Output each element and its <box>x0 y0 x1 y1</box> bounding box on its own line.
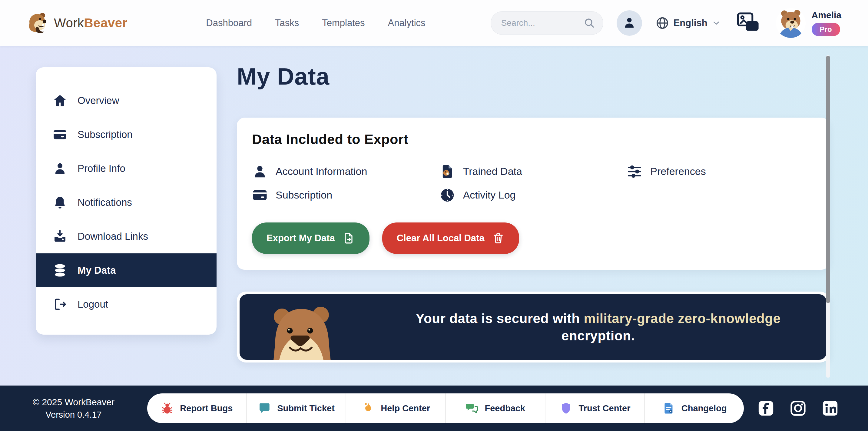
picture-in-picture-icon <box>735 32 762 36</box>
search-icon[interactable] <box>583 17 595 29</box>
language-selector[interactable]: English <box>655 16 721 30</box>
help-icon <box>361 402 375 415</box>
facebook-icon[interactable] <box>757 400 775 417</box>
export-item-activity-log: Activity Log <box>439 187 627 203</box>
language-label: English <box>674 18 708 28</box>
footer-link-label: Feedback <box>485 403 525 413</box>
sidebar-label: My Data <box>78 265 116 276</box>
sidebar-item-subscription[interactable]: Subscription <box>36 118 217 151</box>
version-line: Version 0.4.17 <box>0 408 147 421</box>
brand-name: WorkBeaver <box>54 16 127 30</box>
bell-icon <box>53 195 67 210</box>
footer-link-label: Submit Ticket <box>277 403 335 413</box>
sidebar-item-download-links[interactable]: Download Links <box>36 220 217 253</box>
sidebar-label: Notifications <box>78 197 132 208</box>
user-chip[interactable]: Amelia Pro <box>776 8 841 38</box>
export-item-label: Preferences <box>650 166 706 177</box>
nav-link-dashboard[interactable]: Dashboard <box>206 18 252 28</box>
footer-link-label: Changelog <box>681 403 727 413</box>
footer-link-label: Trust Center <box>579 403 630 413</box>
nav-link-templates[interactable]: Templates <box>322 18 365 28</box>
clear-all-local-data-button[interactable]: Clear All Local Data <box>382 223 519 254</box>
sidebar-label: Download Links <box>78 231 148 242</box>
beaver-mascot-illustration <box>258 304 355 360</box>
picture-in-picture-button[interactable] <box>734 9 763 37</box>
person-icon <box>252 164 268 179</box>
export-item-preferences: Preferences <box>627 164 814 179</box>
sidebar-label: Logout <box>78 298 108 310</box>
top-navbar: WorkBeaver Dashboard Tasks Templates Ana… <box>0 0 868 46</box>
person-icon <box>622 16 636 31</box>
sidebar-label: Subscription <box>78 129 133 140</box>
trained-data-file-icon <box>439 164 455 179</box>
copyright-line: © 2025 WorkBeaver <box>0 396 147 408</box>
sliders-icon <box>627 164 642 179</box>
footer-socials <box>757 400 839 417</box>
user-name: Amelia <box>812 10 841 20</box>
data-export-card: Data Included to Export Account Informat… <box>237 118 829 270</box>
linkedin-icon[interactable] <box>822 400 839 417</box>
download-icon <box>53 229 67 244</box>
footer-link-changelog[interactable]: Changelog <box>644 394 744 423</box>
feedback-icon <box>465 402 478 415</box>
sidebar-label: Profile Info <box>78 163 125 174</box>
footer-link-help-center[interactable]: Help Center <box>346 394 445 423</box>
page-title: My Data <box>237 64 829 90</box>
pro-plan-badge: Pro <box>812 23 840 36</box>
security-banner-inner: Your data is secured with military-grade… <box>240 294 827 360</box>
app-screen: WorkBeaver Dashboard Tasks Templates Ana… <box>0 0 868 431</box>
bug-icon <box>160 402 174 415</box>
export-item-account-information: Account Information <box>252 164 439 179</box>
footer: © 2025 WorkBeaver Version 0.4.17 Report … <box>0 385 868 431</box>
logout-icon <box>53 297 67 312</box>
banner-text-after: encryption. <box>561 328 635 343</box>
export-button-label: Export My Data <box>267 233 335 244</box>
ticket-icon <box>258 402 271 415</box>
export-item-label: Account Information <box>276 166 367 177</box>
sidebar-item-notifications[interactable]: Notifications <box>36 185 217 220</box>
person-icon <box>53 161 67 176</box>
nav-link-analytics[interactable]: Analytics <box>388 18 426 28</box>
scrollbar-track[interactable] <box>826 55 830 378</box>
export-item-label: Trained Data <box>463 166 522 177</box>
export-my-data-button[interactable]: Export My Data <box>252 223 370 254</box>
profile-quick-button[interactable] <box>617 10 642 36</box>
export-items-grid: Account Information Trained Data <box>252 164 814 203</box>
banner-text-before: Your data is secured with <box>415 311 584 326</box>
main-content: My Data Data Included to Export Account … <box>237 64 829 363</box>
main-nav: Dashboard Tasks Templates Analytics <box>206 18 425 28</box>
search-box <box>491 11 603 35</box>
user-meta: Amelia Pro <box>812 10 841 36</box>
home-icon <box>53 93 67 108</box>
scrollbar-thumb[interactable] <box>826 56 830 303</box>
footer-link-submit-ticket[interactable]: Submit Ticket <box>246 394 346 423</box>
export-card-title: Data Included to Export <box>252 132 814 147</box>
export-item-trained-data: Trained Data <box>439 164 627 179</box>
footer-link-feedback[interactable]: Feedback <box>445 394 545 423</box>
banner-text-highlight: military-grade zero-knowledge <box>584 311 780 326</box>
sidebar-item-logout[interactable]: Logout <box>36 287 217 321</box>
settings-sidebar: Overview Subscription Profile Info <box>36 67 217 335</box>
changelog-icon <box>662 402 675 415</box>
brand-logo[interactable]: WorkBeaver <box>27 11 127 34</box>
footer-link-label: Report Bugs <box>180 403 232 413</box>
sidebar-item-overview[interactable]: Overview <box>36 84 217 118</box>
chevron-down-icon <box>712 19 721 28</box>
export-item-subscription: Subscription <box>252 187 439 203</box>
footer-link-label: Help Center <box>381 403 430 413</box>
instagram-icon[interactable] <box>789 400 807 417</box>
globe-icon <box>655 16 669 30</box>
footer-link-trust-center[interactable]: Trust Center <box>545 394 645 423</box>
sidebar-item-profile-info[interactable]: Profile Info <box>36 151 217 185</box>
sidebar-label: Overview <box>78 95 119 106</box>
export-actions-row: Export My Data Clear All Local Data <box>252 223 814 254</box>
nav-link-tasks[interactable]: Tasks <box>275 18 299 28</box>
footer-link-report-bugs[interactable]: Report Bugs <box>147 394 246 423</box>
clock-icon <box>439 187 455 203</box>
trash-icon <box>492 232 504 245</box>
shield-icon <box>559 402 573 415</box>
sidebar-item-my-data[interactable]: My Data <box>36 253 217 287</box>
beaver-logo-icon <box>27 11 49 34</box>
user-avatar <box>776 8 806 38</box>
security-banner: Your data is secured with military-grade… <box>237 292 829 363</box>
